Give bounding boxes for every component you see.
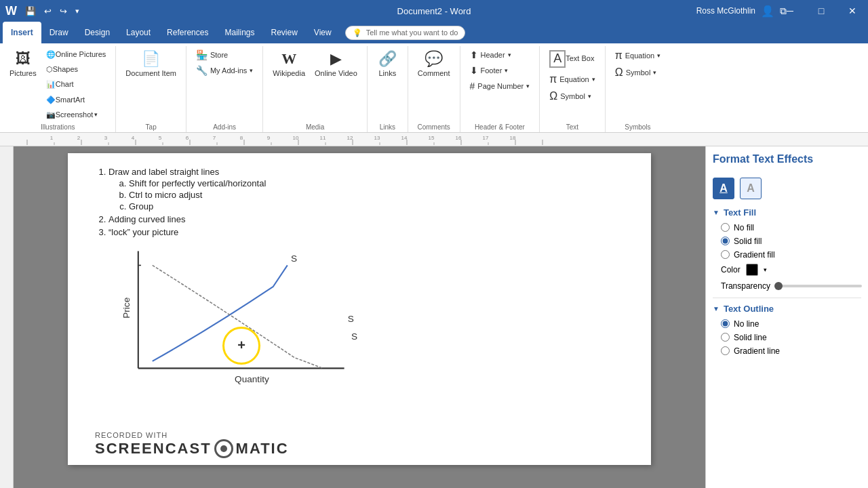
color-dropdown[interactable]: ▾ (764, 266, 767, 273)
undo-quick-btn[interactable]: ↩ (41, 6, 54, 16)
pictures-btn[interactable]: 🖼 Pictures (5, 47, 41, 81)
close-btn[interactable]: ✕ (837, 0, 868, 22)
smartart-btn[interactable]: 🔷 SmartArt (42, 93, 111, 107)
comment-icon: 💬 (425, 50, 443, 68)
brand-text-1: SCREENCAST (95, 440, 212, 458)
svg-text:14: 14 (401, 135, 408, 141)
online-pictures-btn[interactable]: 🌐 Online Pictures (42, 47, 111, 62)
tab-design[interactable]: Design (77, 22, 118, 43)
page-number-btn[interactable]: # Page Number ▾ (466, 79, 534, 94)
document-title: Document2 - Word (397, 6, 471, 16)
watermark: RECORDED WITH SCREENCAST MATIC (95, 431, 289, 458)
svg-text:17: 17 (483, 135, 489, 141)
shapes-btn[interactable]: ⬡ Shapes (42, 62, 111, 77)
store-btn[interactable]: 🏪 Store (192, 47, 257, 62)
s-label-main: S (291, 253, 297, 264)
text-outline-header[interactable]: ▼ Text Outline (713, 304, 861, 314)
solid-fill-radio[interactable] (721, 237, 730, 245)
symbol-btn[interactable]: Ω Symbol ▾ (545, 88, 599, 104)
no-line-radio[interactable] (721, 319, 730, 328)
gradient-line-radio[interactable] (721, 346, 730, 355)
equation2-btn[interactable]: π Equation ▾ (611, 47, 665, 64)
chart-label: Chart (56, 80, 74, 89)
color-swatch[interactable] (746, 264, 758, 276)
solid-line-radio[interactable] (721, 333, 730, 342)
save-quick-btn[interactable]: 💾 (22, 6, 39, 16)
tab-references[interactable]: References (159, 22, 216, 43)
symbol2-label: Symbol (626, 68, 651, 77)
redo-quick-btn[interactable]: ↪ (57, 6, 70, 16)
no-fill-option[interactable]: No fill (713, 223, 861, 232)
footer-btn[interactable]: ⬇ Footer ▾ (466, 63, 534, 78)
header-label: Header (481, 51, 505, 59)
symbol-dropdown[interactable]: ▾ (588, 93, 591, 100)
screenshot-btn[interactable]: 📷 Screenshot ▾ (42, 108, 111, 122)
minimize-btn[interactable]: ─ (774, 0, 806, 22)
text-outline-triangle: ▼ (713, 305, 719, 312)
gradient-line-option[interactable]: Gradient line (713, 346, 861, 356)
window-controls: ─ □ ✕ (774, 0, 868, 22)
text-fill-header[interactable]: ▼ Text Fill (713, 207, 861, 218)
list-item-3-text: “lock” your picture (108, 227, 178, 237)
title-bar-left: W 💾 ↩ ↪ ▾ (0, 0, 82, 22)
no-fill-radio[interactable] (721, 223, 730, 232)
svg-text:5: 5 (159, 135, 162, 141)
transparency-slider[interactable] (774, 285, 862, 287)
y-axis-label: Price (121, 298, 132, 319)
text-fill-icon-btn[interactable]: A (713, 178, 734, 199)
equation-btn[interactable]: π Equation ▾ (545, 71, 599, 87)
gradient-line-label: Gradient line (734, 346, 780, 356)
my-addins-dropdown[interactable]: ▾ (250, 67, 253, 74)
transparency-label: Transparency (721, 281, 770, 291)
right-panel: Format Text Effects A A ▼ Text Fill No f… (705, 146, 868, 488)
gradient-fill-option[interactable]: Gradient fill (713, 250, 861, 260)
equation2-dropdown[interactable]: ▾ (657, 52, 660, 59)
gradient-fill-radio[interactable] (721, 250, 730, 259)
header-btn[interactable]: ⬆ Header ▾ (466, 47, 534, 62)
document-list: Draw and label straight lines Shift for … (95, 167, 624, 237)
color-row: Color ▾ (713, 264, 861, 276)
solid-line-option[interactable]: Solid line (713, 333, 861, 342)
panel-icon-row: A A (713, 178, 861, 199)
profile-icon[interactable]: 👤 (761, 5, 774, 18)
screenshot-dropdown[interactable]: ▾ (94, 111, 98, 119)
solid-line-label: Solid line (734, 333, 767, 342)
chart-btn[interactable]: 📊 Chart (42, 77, 111, 92)
svg-text:16: 16 (456, 135, 462, 141)
tab-review[interactable]: Review (262, 22, 305, 43)
text-fill-triangle: ▼ (713, 209, 719, 216)
footer-dropdown[interactable]: ▾ (505, 67, 508, 74)
panel-title: Format Text Effects (713, 153, 861, 169)
comment-btn[interactable]: 💬 Comment (414, 47, 454, 81)
tab-mailings[interactable]: Mailings (216, 22, 262, 43)
tell-me-input[interactable]: 💡 Tell me what you want to do (345, 26, 466, 40)
dropdown-quick-btn[interactable]: ▾ (73, 7, 82, 16)
no-line-option[interactable]: No line (713, 319, 861, 329)
tab-view[interactable]: View (306, 22, 340, 43)
tab-insert[interactable]: Insert (3, 22, 41, 43)
equation2-label: Equation (625, 52, 654, 60)
ribbon-content: 🖼 Pictures 🌐 Online Pictures ⬡ Shapes 📊 … (0, 43, 868, 133)
header-dropdown[interactable]: ▾ (508, 52, 511, 58)
svg-text:18: 18 (510, 135, 516, 141)
addins-group-label: Add-ins (213, 122, 236, 131)
svg-text:1: 1 (50, 135, 54, 141)
equation-dropdown[interactable]: ▾ (592, 76, 595, 83)
document-item-btn[interactable]: 📄 Document Item (121, 47, 180, 81)
my-addins-btn[interactable]: 🔧 My Add-ins ▾ (192, 63, 257, 78)
text-box-btn[interactable]: A Text Box (545, 47, 599, 70)
online-video-btn[interactable]: ▶ Online Video (311, 47, 361, 81)
maximize-btn[interactable]: □ (806, 0, 837, 22)
solid-fill-option[interactable]: Solid fill (713, 237, 861, 246)
text-group-label: Text (566, 122, 578, 131)
wikipedia-btn[interactable]: W Wikipedia (269, 47, 309, 81)
page-number-dropdown[interactable]: ▾ (526, 83, 530, 89)
symbol2-dropdown[interactable]: ▾ (653, 69, 656, 76)
symbol2-btn[interactable]: Ω Symbol ▾ (611, 64, 665, 81)
links-btn[interactable]: 🔗 Links (374, 47, 401, 81)
tab-draw[interactable]: Draw (41, 22, 77, 43)
text-shadow-icon-btn[interactable]: A (740, 178, 762, 199)
header-footer-col: ⬆ Header ▾ ⬇ Footer ▾ # Page Number ▾ (466, 47, 534, 94)
tab-layout[interactable]: Layout (118, 22, 159, 43)
svg-text:11: 11 (320, 135, 326, 141)
